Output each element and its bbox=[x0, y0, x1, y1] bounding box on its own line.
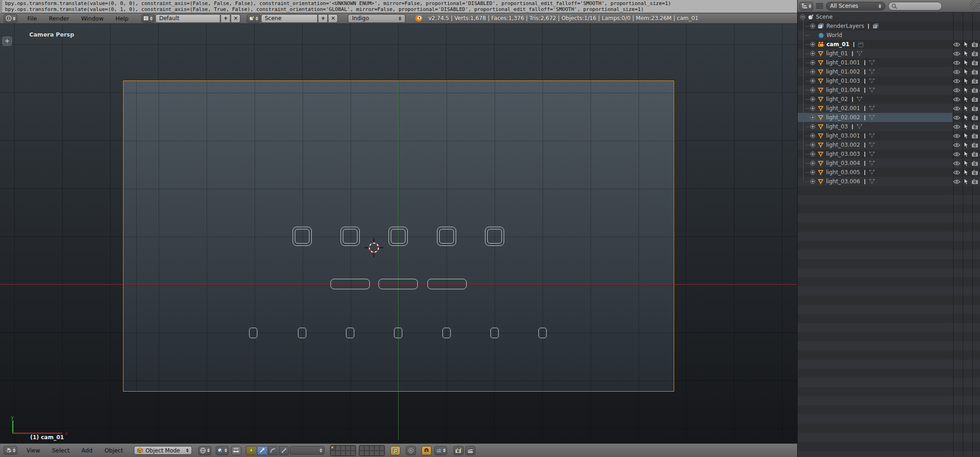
expander-plus-icon[interactable] bbox=[810, 87, 815, 93]
outliner-row-light_01.003[interactable]: light_01.003 bbox=[798, 76, 980, 85]
visibility-eye-icon[interactable] bbox=[952, 159, 961, 168]
visibility-eye-icon[interactable] bbox=[952, 76, 961, 85]
outliner-row-light_03.004[interactable]: light_03.004 bbox=[798, 159, 980, 168]
outliner-row-light_03.005[interactable]: light_03.005 bbox=[798, 168, 980, 177]
selectability-cursor-icon[interactable] bbox=[961, 67, 970, 76]
expander-plus-icon[interactable] bbox=[810, 133, 815, 138]
renderability-camera-icon[interactable] bbox=[970, 149, 980, 159]
outliner-row-light_03[interactable]: light_03 bbox=[798, 122, 980, 131]
layer-toggle[interactable] bbox=[364, 451, 369, 456]
outliner-row-Scene[interactable]: Scene bbox=[798, 12, 980, 21]
visibility-eye-icon[interactable] bbox=[952, 140, 961, 149]
wire-rounded-square-object[interactable] bbox=[437, 227, 456, 246]
wire-small-square-object[interactable] bbox=[394, 328, 402, 338]
outliner-row-light_02.002[interactable]: light_02.002 bbox=[798, 113, 980, 122]
selectability-cursor-icon[interactable] bbox=[961, 104, 970, 113]
wire-small-square-object[interactable] bbox=[346, 328, 354, 338]
selectability-cursor-icon[interactable] bbox=[961, 168, 970, 177]
visibility-eye-icon[interactable] bbox=[952, 168, 961, 177]
outliner-row-light_03.002[interactable]: light_03.002 bbox=[798, 140, 980, 149]
screen-layout-button[interactable] bbox=[141, 14, 154, 23]
expander-plus-icon[interactable] bbox=[810, 96, 815, 102]
close-scene-button[interactable]: ✕ bbox=[329, 14, 338, 23]
selectability-cursor-icon[interactable] bbox=[961, 159, 970, 168]
expander-minus-icon[interactable] bbox=[800, 14, 805, 20]
layer-toggle[interactable] bbox=[374, 451, 379, 456]
visibility-eye-icon[interactable] bbox=[952, 49, 961, 58]
viewport-3d[interactable]: Camera Persp + y x (1) cam_01 bbox=[0, 24, 797, 443]
wire-rounded-square-object[interactable] bbox=[389, 227, 408, 246]
renderability-camera-icon[interactable] bbox=[970, 40, 980, 49]
expander-plus-icon[interactable] bbox=[810, 23, 815, 29]
selectability-cursor-icon[interactable] bbox=[961, 177, 970, 186]
expander-plus-icon[interactable] bbox=[810, 160, 815, 166]
visibility-eye-icon[interactable] bbox=[952, 113, 961, 122]
lock-to-scene-toggle[interactable] bbox=[390, 446, 400, 455]
layer-toggle[interactable] bbox=[364, 446, 369, 451]
wire-rounded-square-object[interactable] bbox=[341, 227, 360, 246]
opengl-render-animation-button[interactable] bbox=[465, 446, 475, 455]
layer-toggle[interactable] bbox=[346, 451, 351, 456]
menu-add[interactable]: Add bbox=[76, 447, 98, 454]
outliner-row-light_03.001[interactable]: light_03.001 bbox=[798, 131, 980, 140]
wire-small-square-object[interactable] bbox=[249, 328, 257, 338]
wire-small-square-object[interactable] bbox=[490, 328, 499, 338]
pivot-point-dropdown[interactable] bbox=[216, 446, 229, 455]
expander-plus-icon[interactable] bbox=[810, 51, 815, 56]
selectability-cursor-icon[interactable] bbox=[961, 95, 970, 104]
layer-toggle[interactable] bbox=[330, 446, 336, 451]
expander-plus-icon[interactable] bbox=[810, 115, 815, 120]
editor-type-button-outliner[interactable] bbox=[799, 2, 813, 11]
snap-element-dropdown[interactable] bbox=[434, 446, 447, 455]
editor-type-button-info[interactable] bbox=[4, 14, 17, 23]
layer-toggle[interactable] bbox=[351, 451, 356, 456]
expander-plus-icon[interactable] bbox=[810, 179, 815, 184]
outliner-row-World[interactable]: World bbox=[798, 31, 980, 40]
selectability-cursor-icon[interactable] bbox=[961, 131, 970, 140]
selectability-cursor-icon[interactable] bbox=[961, 58, 970, 67]
render-engine-dropdown[interactable]: Indigo bbox=[348, 14, 405, 23]
expander-plus-icon[interactable] bbox=[810, 42, 815, 47]
selectability-cursor-icon[interactable] bbox=[961, 76, 970, 85]
renderability-camera-icon[interactable] bbox=[970, 140, 980, 149]
viewport-shading-dropdown[interactable] bbox=[198, 446, 211, 455]
close-layout-button[interactable]: ✕ bbox=[231, 14, 240, 23]
proportional-edit-dropdown[interactable] bbox=[406, 446, 416, 455]
menu-select[interactable]: Select bbox=[47, 447, 75, 454]
expander-plus-icon[interactable] bbox=[810, 60, 815, 65]
expander-plus-icon[interactable] bbox=[810, 124, 815, 129]
transform-orientation-dropdown[interactable] bbox=[290, 446, 325, 455]
selectability-cursor-icon[interactable] bbox=[961, 40, 970, 49]
menu-help[interactable]: Help bbox=[110, 15, 134, 22]
visibility-eye-icon[interactable] bbox=[952, 177, 961, 186]
screen-layout-name-field[interactable]: Default bbox=[155, 14, 220, 23]
outliner-row-RenderLayers[interactable]: RenderLayers bbox=[798, 21, 980, 31]
outliner-row-light_03.006[interactable]: light_03.006 bbox=[798, 177, 980, 186]
renderability-camera-icon[interactable] bbox=[970, 122, 980, 131]
layer-toggle[interactable] bbox=[359, 451, 364, 456]
manipulator-translate-button[interactable] bbox=[257, 446, 267, 455]
area-resize-gripper[interactable] bbox=[970, 0, 980, 10]
menu-window[interactable]: Window bbox=[75, 15, 109, 22]
layer-toggle[interactable] bbox=[336, 446, 341, 451]
menu-object[interactable]: Object bbox=[99, 447, 128, 454]
layer-toggle[interactable] bbox=[341, 451, 346, 456]
wire-small-square-object[interactable] bbox=[442, 328, 451, 338]
toolshelf-expand-button[interactable]: + bbox=[2, 37, 12, 46]
layer-toggle[interactable] bbox=[359, 446, 364, 451]
selectability-cursor-icon[interactable] bbox=[961, 122, 970, 131]
expander-plus-icon[interactable] bbox=[810, 170, 815, 175]
expander-plus-icon[interactable] bbox=[810, 151, 815, 157]
visibility-eye-icon[interactable] bbox=[952, 122, 961, 131]
renderability-camera-icon[interactable] bbox=[970, 76, 980, 85]
visibility-eye-icon[interactable] bbox=[952, 149, 961, 159]
outliner-row-light_01[interactable]: light_01 bbox=[798, 49, 980, 58]
renderability-camera-icon[interactable] bbox=[970, 67, 980, 76]
renderability-camera-icon[interactable] bbox=[970, 95, 980, 104]
selectability-cursor-icon[interactable] bbox=[961, 149, 970, 159]
layer-toggle[interactable] bbox=[346, 446, 351, 451]
visibility-eye-icon[interactable] bbox=[952, 67, 961, 76]
outliner-row-cam_01[interactable]: cam_01 bbox=[798, 40, 980, 49]
snap-toggle[interactable] bbox=[421, 446, 431, 455]
visibility-eye-icon[interactable] bbox=[952, 95, 961, 104]
